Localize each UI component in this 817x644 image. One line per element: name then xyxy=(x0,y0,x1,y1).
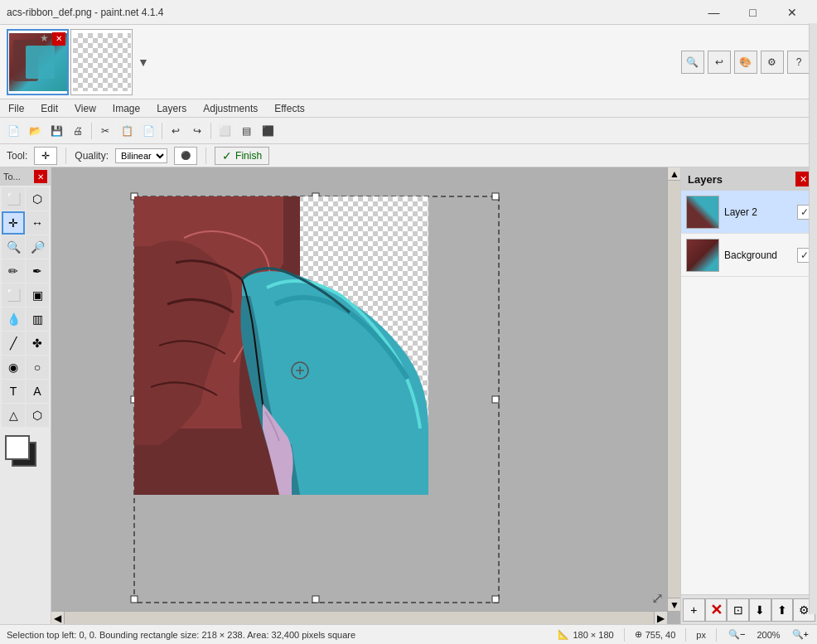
undo-button[interactable]: ↩ xyxy=(166,121,186,141)
menu-file[interactable]: File xyxy=(3,101,29,116)
title-bar-text: acs-ribbon_def.png - paint.net 4.1.4 xyxy=(7,7,695,18)
color-picker-tool[interactable]: 💧 xyxy=(2,307,25,331)
canvas-content xyxy=(134,196,428,495)
cut-button[interactable]: ✂ xyxy=(95,121,115,141)
clone-tool[interactable]: ✤ xyxy=(26,332,49,355)
dodge-tool[interactable]: ○ xyxy=(26,356,49,379)
canvas-area[interactable]: ⤢ ◀ ▶ ▲ ▼ xyxy=(51,167,680,624)
line-tool[interactable]: ╱ xyxy=(2,332,25,355)
tool-label: Tool: xyxy=(7,150,27,162)
finish-button[interactable]: ✓ Finish xyxy=(215,147,269,165)
zoom-in-status-button[interactable]: 🔍+ xyxy=(790,627,810,642)
tab-dropdown-icon[interactable]: ▼ xyxy=(134,52,152,72)
quality-select[interactable]: Bilinear xyxy=(115,148,167,163)
scroll-left-button[interactable]: ◀ xyxy=(51,612,65,624)
zoom-fit-button[interactable]: 🔍 xyxy=(681,51,704,74)
crop-button[interactable]: ⬜ xyxy=(215,121,234,141)
delete-layer-button[interactable]: ✕ xyxy=(705,598,728,622)
move-tool[interactable]: ✛ xyxy=(2,211,25,235)
menu-adjustments[interactable]: Adjustments xyxy=(198,101,263,116)
move-up-button[interactable]: ⬆ xyxy=(771,598,794,622)
layer-2-thumbnail xyxy=(686,196,719,229)
add-layer-button[interactable]: + xyxy=(683,598,705,622)
tab-close-button[interactable]: ✕ xyxy=(52,32,65,46)
tool-panel-title: To... xyxy=(3,172,21,182)
scroll-down-button[interactable]: ▼ xyxy=(668,598,680,611)
quality-label: Quality: xyxy=(75,150,109,162)
menu-layers[interactable]: Layers xyxy=(152,101,191,116)
freehand-shape-tool[interactable]: ⬡ xyxy=(26,404,49,427)
copy-button[interactable]: 📋 xyxy=(117,121,137,141)
layers-scrollbar[interactable] xyxy=(809,23,817,614)
toolbar-separator xyxy=(91,123,92,139)
save-button[interactable]: 💾 xyxy=(46,121,66,141)
zoom-out-tool[interactable]: 🔎 xyxy=(26,235,49,259)
open-button[interactable]: 📂 xyxy=(25,121,45,141)
redo-button[interactable]: ↪ xyxy=(187,121,207,141)
select-rectangle-tool[interactable]: ⬜ xyxy=(2,187,25,211)
minimize-button[interactable]: — xyxy=(695,0,732,25)
menu-edit[interactable]: Edit xyxy=(36,101,63,116)
merge-down-button[interactable]: ⬇ xyxy=(749,598,771,622)
help-button[interactable]: ? xyxy=(787,51,810,74)
layers-panel-title: Layers xyxy=(688,173,723,186)
background-layer-name: Background xyxy=(724,249,792,261)
layers-scroll: Layer 2 ✓ Background ✓ xyxy=(681,191,817,594)
menu-bar: File Edit View Image Layers Adjustments … xyxy=(0,99,817,118)
layer-item-background[interactable]: Background ✓ xyxy=(681,234,817,277)
scroll-up-button[interactable]: ▲ xyxy=(668,167,680,181)
zoom-level: 200% xyxy=(757,630,780,640)
cursor-coords-display: ⊕ 755, 40 xyxy=(635,629,676,640)
status-separator-3 xyxy=(716,628,717,642)
quality-mode-btn[interactable]: ⚫ xyxy=(174,147,197,165)
menu-view[interactable]: View xyxy=(70,101,101,116)
print-button[interactable]: 🖨 xyxy=(68,121,88,141)
fill-tool[interactable]: ▣ xyxy=(26,283,49,307)
tool-panel-close-button[interactable]: ✕ xyxy=(34,170,47,183)
select-lasso-tool[interactable]: ⬡ xyxy=(26,187,49,211)
tab-bar: ✕ ★ ▼ 🔍 ↩ 🎨 ⚙ ? xyxy=(0,25,817,99)
canvas-artwork xyxy=(134,196,428,495)
duplicate-layer-button[interactable]: ⊡ xyxy=(727,598,749,622)
menu-effects[interactable]: Effects xyxy=(269,101,309,116)
tool-options-bar: Tool: ✛ Quality: Bilinear ⚫ ✓ Finish xyxy=(0,144,817,167)
maximize-button[interactable]: □ xyxy=(734,0,771,25)
title-bar: acs-ribbon_def.png - paint.net 4.1.4 — □… xyxy=(0,0,817,25)
layers-panel-header: Layers ✕ xyxy=(681,167,817,191)
layer-item-layer2[interactable]: Layer 2 ✓ xyxy=(681,191,817,234)
vertical-scrollbar[interactable]: ▲ ▼ xyxy=(667,167,680,611)
text2-tool[interactable]: A xyxy=(26,380,49,403)
zoom-tool[interactable]: 🔍 xyxy=(2,235,25,259)
gradient-tool[interactable]: ▥ xyxy=(26,307,49,331)
pencil-tool[interactable]: ✏ xyxy=(2,259,25,283)
primary-color-swatch[interactable] xyxy=(5,435,30,460)
move-selection-tool[interactable]: ↔ xyxy=(26,211,49,235)
menu-image[interactable]: Image xyxy=(108,101,145,116)
main-toolbar: 📄 📂 💾 🖨 ✂ 📋 📄 ↩ ↪ ⬜ ▤ ⬛ xyxy=(0,118,817,144)
unit-label: px xyxy=(696,630,706,640)
color-wheel-button[interactable]: 🎨 xyxy=(734,51,757,74)
tool-panel-header: To... ✕ xyxy=(0,167,51,186)
tab-star-icon[interactable]: ★ xyxy=(40,32,49,44)
undo-history-button[interactable]: ↩ xyxy=(708,51,731,74)
resize-button[interactable]: ▤ xyxy=(236,121,256,141)
paste-button[interactable]: 📄 xyxy=(138,121,158,141)
new-button[interactable]: 📄 xyxy=(3,121,23,141)
tab-item[interactable]: ✕ ★ xyxy=(7,29,69,95)
settings-button[interactable]: ⚙ xyxy=(761,51,784,74)
scroll-right-button[interactable]: ▶ xyxy=(654,612,667,624)
deselect-button[interactable]: ⬛ xyxy=(258,121,278,141)
text-tool[interactable]: T xyxy=(2,380,25,403)
tool-selector[interactable]: ✛ xyxy=(34,147,57,165)
recolor-tool[interactable]: ◉ xyxy=(2,356,25,379)
layer-2-name: Layer 2 xyxy=(724,206,792,218)
horizontal-scrollbar[interactable]: ◀ ▶ xyxy=(51,611,667,624)
tab-item-2[interactable] xyxy=(70,29,133,95)
shapes-tool[interactable]: △ xyxy=(2,404,25,427)
resize-corner-icon: ⤢ xyxy=(651,589,664,608)
close-button[interactable]: ✕ xyxy=(773,0,810,25)
eraser-tool[interactable]: ⬜ xyxy=(2,283,25,307)
paintbrush-tool[interactable]: ✒ xyxy=(26,259,49,283)
status-separator-2 xyxy=(685,628,686,642)
zoom-out-status-button[interactable]: 🔍− xyxy=(727,627,747,642)
